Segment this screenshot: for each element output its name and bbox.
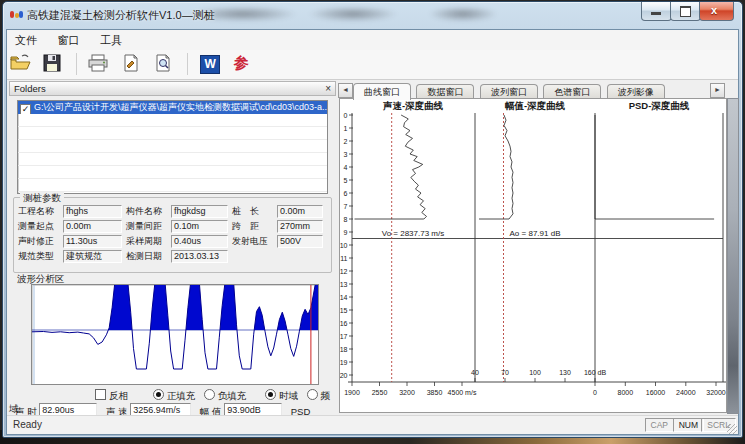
menu-bar: 文件 窗口 工具 [7, 30, 738, 51]
svg-text:70: 70 [501, 369, 509, 376]
tab-wavetrain-image[interactable]: 波列影像 [607, 84, 665, 99]
page-tool-icon [119, 52, 143, 74]
checkbox-icon [95, 389, 106, 400]
vertical-scrollbar[interactable] [727, 98, 739, 414]
svg-text:Ao = 87.91 dB: Ao = 87.91 dB [510, 229, 561, 238]
param-label: 工程名称 [18, 205, 63, 218]
tab-scroll-left-icon[interactable]: ◄ [338, 83, 353, 98]
svg-text:8: 8 [344, 216, 348, 223]
svg-text:0: 0 [344, 112, 348, 119]
radio-icon [204, 389, 215, 400]
param-value[interactable]: 11.30us [63, 235, 122, 248]
close-button[interactable]: x [699, 2, 734, 21]
param-value[interactable]: 0.00m [277, 205, 323, 218]
status-num-indicator: NUM [673, 418, 704, 432]
depth-curves-canvas[interactable]: 声速-深度曲线幅值-深度曲线PSD-深度曲线012345678910111213… [339, 98, 727, 413]
svg-text:5: 5 [344, 177, 348, 184]
svg-text:40: 40 [471, 369, 479, 376]
folders-close-icon[interactable]: × [325, 83, 331, 95]
param-label: 声时修正 [18, 235, 63, 248]
save-floppy-icon [40, 52, 64, 74]
empty-list-row [18, 127, 327, 140]
svg-text:6: 6 [344, 190, 348, 197]
waveform-plot[interactable] [31, 284, 319, 385]
toolbar-separator [76, 53, 77, 75]
param-value[interactable]: fhgkdsg [171, 205, 228, 218]
minimize-button[interactable] [641, 2, 672, 21]
tab-spectrum-window[interactable]: 色谱窗口 [543, 84, 601, 99]
word-icon: W [200, 55, 220, 74]
title-bar[interactable]: 高铁建混凝土检测分析软件V1.0—测桩 x [3, 2, 742, 29]
save-button[interactable] [40, 52, 66, 76]
svg-text:12: 12 [340, 268, 348, 275]
param-value[interactable]: 0.00m [63, 220, 122, 233]
printer-icon [86, 52, 110, 74]
tab-wavetrain-window[interactable]: 波列窗口 [480, 84, 538, 99]
invert-checkbox[interactable]: 反相 [95, 390, 128, 401]
right-panel: ◄ 曲线窗口 数据窗口 波列窗口 色谱窗口 波列影像 ► 声速-深度曲线幅值-深… [337, 81, 738, 415]
print-button[interactable] [86, 52, 112, 76]
parameters-button[interactable]: 参 [230, 52, 256, 76]
checked-checkbox-icon[interactable]: ✓ [20, 104, 31, 114]
toolbar-separator [187, 53, 188, 75]
svg-text:100: 100 [529, 369, 541, 376]
menu-window[interactable]: 窗口 [49, 30, 87, 48]
print-preview-icon [151, 52, 175, 74]
svg-text:1: 1 [344, 125, 348, 132]
maximize-button[interactable] [670, 2, 701, 21]
empty-list-row [18, 166, 327, 179]
status-caps-indicator: CAP [645, 418, 674, 432]
svg-text:9: 9 [344, 229, 348, 236]
param-value[interactable]: 2013.03.13 [171, 250, 228, 263]
status-ready-text: Ready [13, 419, 42, 430]
param-value[interactable]: 500V [277, 235, 323, 248]
titlebar-reflection [428, 6, 498, 22]
param-label: 桩 长 [232, 205, 277, 218]
param-value[interactable]: 270mm [277, 220, 323, 233]
param-label: 采样周期 [126, 235, 171, 248]
svg-text:24000: 24000 [676, 389, 696, 396]
tab-curve-window[interactable]: 曲线窗口 [353, 83, 411, 100]
tab-data-window[interactable]: 数据窗口 [416, 84, 474, 99]
radio-selected-icon [265, 389, 276, 400]
fill-positive-radio[interactable]: 正填充 [153, 390, 196, 401]
param-char-icon: 参 [234, 54, 249, 73]
svg-text:4: 4 [344, 164, 348, 171]
param-value[interactable]: fhghs [63, 205, 122, 218]
param-label: 发射电压 [232, 235, 277, 248]
fill-negative-label: 负填充 [218, 390, 247, 401]
print-preview-button[interactable] [151, 52, 177, 76]
open-file-button[interactable] [8, 52, 34, 76]
left-panel: Folders × ✓G:\公司产品设计开发\超声仪器\超声仪实地检测数据调试\… [9, 81, 336, 415]
folder-list-item[interactable]: ✓G:\公司产品设计开发\超声仪器\超声仪实地检测数据调试\cd\cd03\cd… [18, 101, 327, 114]
menu-tools[interactable]: 工具 [92, 30, 130, 48]
resize-grip[interactable] [727, 424, 737, 434]
tab-scroll-right-icon[interactable]: ► [710, 83, 725, 98]
empty-list-row [18, 153, 327, 166]
param-label: 规范类型 [18, 250, 63, 263]
svg-text:15: 15 [340, 307, 348, 314]
tab-strip: 曲线窗口 数据窗口 波列窗口 色谱窗口 波列影像 [353, 81, 666, 98]
param-value[interactable]: 0.40us [171, 235, 228, 248]
pile-params-groupbox: 测桩参数 工程名称fhghs 构件名称fhgkdsg 桩 长0.00m 测量起点… [13, 197, 332, 273]
export-word-button[interactable]: W [197, 52, 223, 76]
param-label: 测量间距 [126, 220, 171, 233]
folders-panel-title: Folders [14, 83, 46, 94]
print-setup-button[interactable] [119, 52, 145, 76]
svg-text:20: 20 [340, 372, 348, 379]
param-value[interactable]: 0.10m [171, 220, 228, 233]
folders-panel-header[interactable]: Folders × [9, 81, 336, 96]
fill-negative-radio[interactable]: 负填充 [204, 390, 247, 401]
svg-text:14: 14 [340, 294, 348, 301]
radio-selected-icon [153, 389, 164, 400]
titlebar-reflection [308, 6, 398, 22]
time-domain-radio[interactable]: 时域 [265, 390, 298, 401]
invert-label: 反相 [109, 390, 128, 401]
svg-text:7: 7 [344, 203, 348, 210]
param-value[interactable]: 建筑规范 [63, 250, 122, 263]
folders-listbox[interactable]: ✓G:\公司产品设计开发\超声仪器\超声仪实地检测数据调试\cd\cd03\cd… [17, 100, 328, 194]
menu-file[interactable]: 文件 [7, 30, 45, 48]
svg-text:10: 10 [340, 242, 348, 249]
svg-text:16000: 16000 [646, 389, 666, 396]
empty-list-row [18, 140, 327, 153]
